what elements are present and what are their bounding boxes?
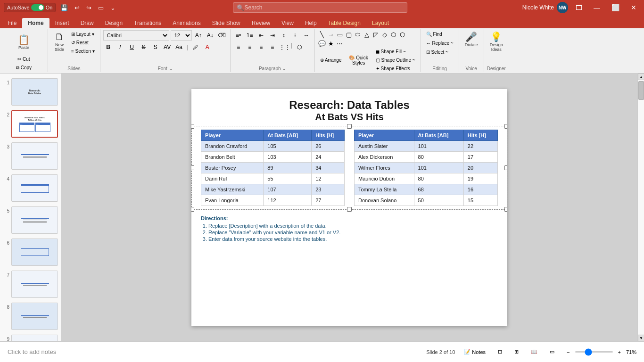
notes-placeholder[interactable]: Click to add notes	[8, 348, 417, 355]
tab-transitions[interactable]: Transitions	[128, 18, 167, 28]
select-button[interactable]: ⊡ Select ~	[424, 48, 451, 56]
notes-button[interactable]: 📝 Notes	[461, 347, 489, 357]
table1[interactable]: Player At Bats [AB] Hits [H] Brandon Cra…	[201, 130, 345, 206]
shape-diamond[interactable]: ◇	[380, 30, 389, 39]
tab-file[interactable]: File	[2, 18, 22, 28]
slide-content[interactable]: Research: Data Tables At Bats VS Hits	[191, 89, 507, 326]
columns2-button[interactable]: ⋮⋮	[279, 42, 289, 52]
dictate-button[interactable]: 🎤 Dictate	[462, 30, 481, 49]
scroll-up-button[interactable]: ▲	[638, 74, 644, 80]
tab-slideshow[interactable]: Slide Show	[206, 18, 246, 28]
tab-design[interactable]: Design	[99, 18, 128, 28]
outdent-button[interactable]: ⇤	[256, 30, 266, 41]
copy-button[interactable]: ⧉ Copy	[14, 64, 34, 72]
shape-rrect[interactable]: ▢	[345, 30, 353, 39]
maximize-button[interactable]: ⬜	[608, 2, 623, 13]
scroll-track[interactable]	[638, 80, 644, 335]
shape-pentagon[interactable]: ⬠	[389, 30, 398, 39]
thumbnail-9[interactable]: 9	[2, 334, 59, 341]
ribbon-collapse-button[interactable]: 🗖	[572, 2, 586, 13]
arrange-button[interactable]: ⊕ Arrange	[318, 56, 344, 64]
shape-line[interactable]: ╲	[318, 30, 326, 39]
replace-button[interactable]: ↔ Replace ~	[424, 39, 456, 47]
reset-button[interactable]: ↺ Reset	[69, 39, 97, 47]
columns-button[interactable]: ⫶	[290, 30, 300, 41]
tab-animations[interactable]: Animations	[167, 18, 206, 28]
tab-layout[interactable]: Layout	[366, 18, 395, 28]
tab-help[interactable]: Help	[299, 18, 322, 28]
thumbnail-7[interactable]: 7	[2, 270, 59, 299]
tab-tabledesign[interactable]: Table Design	[322, 18, 366, 28]
textdir-button[interactable]: ↔	[301, 30, 312, 41]
scroll-thumb[interactable]	[638, 81, 644, 100]
align-right-button[interactable]: ≡	[256, 42, 266, 52]
close-button[interactable]: ✕	[627, 2, 640, 13]
numbering-button[interactable]: 1≡	[245, 30, 255, 41]
shape-oval[interactable]: ⬭	[354, 30, 362, 39]
fontcolor-button[interactable]: A	[202, 42, 213, 52]
shape-rtriangle[interactable]: ◸	[372, 30, 380, 39]
shape-more[interactable]: ⋯	[336, 39, 344, 48]
undo-button[interactable]: ↩	[73, 3, 82, 12]
customize-qat-button[interactable]: ⌄	[108, 3, 117, 12]
thumbnail-2[interactable]: 2 Research: Data Tables At Bats VS Hits …	[2, 109, 59, 139]
layout-button[interactable]: ⊞ Layout ▾	[69, 30, 97, 38]
shape-outline-button[interactable]: ▢ Shape Outline ~	[373, 56, 418, 64]
strikethrough-button[interactable]: S	[139, 42, 149, 52]
bullets-button[interactable]: ≡•	[233, 30, 244, 41]
cut-button[interactable]: ✂ Cut	[15, 55, 32, 63]
smartart-button[interactable]: ⬡	[294, 42, 305, 52]
align-center-button[interactable]: ≡	[245, 42, 255, 52]
reading-view-button[interactable]: 📖	[528, 347, 541, 357]
zoom-in-button[interactable]: +	[615, 347, 624, 357]
underline-button[interactable]: U	[127, 42, 137, 52]
tab-review[interactable]: Review	[246, 18, 276, 28]
table2[interactable]: Player At Bats [AB] Hits [H] Austin Slat…	[354, 130, 498, 206]
indent-button[interactable]: ⇥	[267, 30, 278, 41]
quick-styles-button[interactable]: 🎨 QuickStyles	[347, 54, 370, 67]
increase-font-button[interactable]: A↑	[193, 30, 204, 41]
tab-draw[interactable]: Draw	[75, 18, 99, 28]
thumbnail-8[interactable]: 8	[2, 302, 59, 331]
thumbnail-6[interactable]: 6	[2, 238, 59, 267]
italic-button[interactable]: I	[115, 42, 125, 52]
clear-format-button[interactable]: ⌫	[217, 30, 227, 41]
shadow-button[interactable]: S	[150, 42, 161, 52]
find-button[interactable]: 🔍 Find	[424, 30, 445, 38]
justify-button[interactable]: ≡	[267, 42, 278, 52]
case-button[interactable]: Aa	[174, 42, 184, 52]
minimize-button[interactable]: —	[590, 2, 604, 13]
thumbnail-4[interactable]: 4	[2, 173, 59, 203]
thumbnail-3[interactable]: 3	[2, 141, 59, 171]
font-size-select[interactable]: 12	[171, 30, 192, 41]
bold-button[interactable]: B	[103, 42, 114, 52]
autosave-toggle[interactable]	[31, 4, 44, 11]
tab-view[interactable]: View	[276, 18, 299, 28]
shape-callout[interactable]: 💬	[318, 39, 326, 48]
shape-fill-button[interactable]: ◼ Shape Fill ~	[373, 48, 418, 56]
zoom-slider[interactable]	[575, 351, 613, 353]
search-input[interactable]	[233, 2, 407, 13]
highlight-button[interactable]: 🖊	[190, 42, 201, 52]
shape-rect[interactable]: ▭	[336, 30, 344, 39]
charspacing-button[interactable]: AV	[162, 42, 173, 52]
present-from-current-button[interactable]: ▭	[546, 347, 558, 357]
scroll-down-button[interactable]: ▼	[638, 335, 644, 341]
slidesorter-button[interactable]: ⊞	[511, 347, 522, 357]
present-button[interactable]: ▭	[96, 3, 106, 12]
thumbnail-5[interactable]: 5	[2, 206, 59, 235]
align-left-button[interactable]: ≡	[233, 42, 244, 52]
shape-effects-button[interactable]: ✦ Shape Effects	[373, 65, 418, 73]
section-button[interactable]: ≡ Section ▾	[69, 47, 97, 55]
autosave-button[interactable]: AutoSave On	[4, 3, 56, 12]
tab-insert[interactable]: Insert	[50, 18, 75, 28]
shape-arrow-line[interactable]: →	[327, 30, 335, 39]
shape-star[interactable]: ★	[327, 39, 335, 48]
thumbnail-1[interactable]: 1 Research:Data Tables	[2, 77, 59, 107]
paste-button[interactable]: 📋 Paste	[15, 30, 33, 55]
decrease-font-button[interactable]: A↓	[205, 30, 215, 41]
design-ideas-button[interactable]: 💡 DesignIdeas	[487, 30, 506, 54]
zoom-out-button[interactable]: −	[563, 347, 573, 357]
redo-button[interactable]: ↪	[84, 3, 93, 12]
font-family-select[interactable]: Calibri	[103, 30, 169, 41]
